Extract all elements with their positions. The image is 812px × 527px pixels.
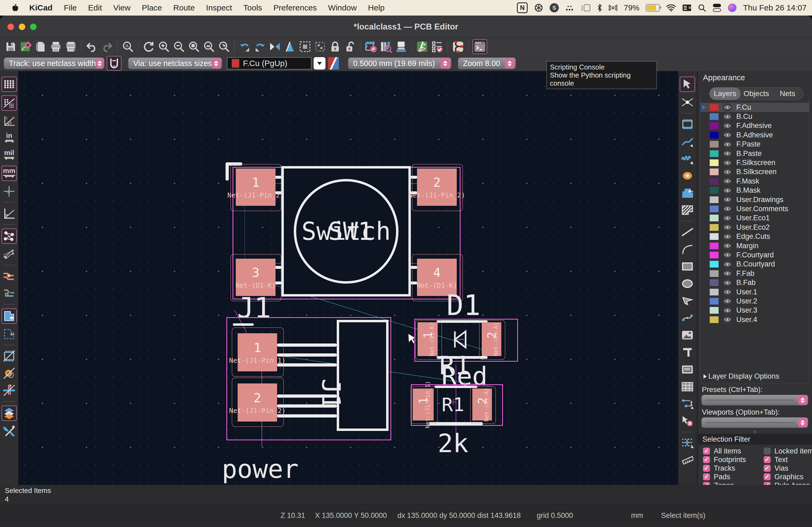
status-units[interactable]: mm xyxy=(631,511,643,520)
sketch-tracks-toggle[interactable] xyxy=(2,383,16,397)
board-setup-button[interactable] xyxy=(19,40,32,54)
flip-vertical-button[interactable] xyxy=(283,40,297,54)
visibility-eye-icon[interactable] xyxy=(723,288,732,296)
visibility-eye-icon[interactable] xyxy=(723,205,732,213)
track-width-dropdown[interactable]: Track: use netclass width xyxy=(4,57,104,69)
r1-value-label[interactable]: 2k xyxy=(438,428,468,458)
draw-polygon-tool[interactable] xyxy=(680,294,694,308)
units-inches-button[interactable]: in⟷ xyxy=(2,131,16,145)
menu-route[interactable]: Route xyxy=(168,3,200,12)
drawing-sheet-toggle[interactable] xyxy=(2,206,16,220)
zoom-selection-button[interactable] xyxy=(217,40,231,54)
pcb-canvas[interactable]: Switch SW1 1Net-(J1-Pin_2) xyxy=(18,71,678,501)
visibility-eye-icon[interactable] xyxy=(723,103,732,111)
crosshair-cursor-toggle[interactable] xyxy=(2,184,16,198)
scripting-console-button[interactable] xyxy=(472,39,487,54)
grid-dropdown[interactable]: 0.5000 mm (19.69 mils) xyxy=(348,57,451,69)
layer-row-edgecuts[interactable]: Edge.Cuts xyxy=(700,232,809,241)
visibility-eye-icon[interactable] xyxy=(723,214,732,222)
group-button[interactable] xyxy=(298,40,312,54)
d1-pad-1[interactable]: 1Net-(D1-K) xyxy=(418,322,438,356)
add-image-tool[interactable] xyxy=(680,328,694,342)
add-rule-area-tool[interactable] xyxy=(680,203,694,217)
zoom-fit-objects-button[interactable] xyxy=(202,40,216,54)
sw1-pad-3[interactable]: 3Net-(D1-K) xyxy=(236,259,276,296)
plot-button[interactable] xyxy=(64,40,77,54)
track-display-mode-toggle[interactable] xyxy=(2,269,16,283)
j1-value-label[interactable]: power xyxy=(222,454,299,484)
spotlight-search-icon[interactable] xyxy=(698,2,706,13)
apple-menu-icon[interactable] xyxy=(7,2,24,13)
bluetooth-menu-icon[interactable] xyxy=(597,2,602,13)
visibility-eye-icon[interactable] xyxy=(723,159,732,167)
checkbox-vias[interactable]: ✓ xyxy=(764,465,771,472)
sw1-pad-1[interactable]: 1Net-(J1-Pin_2) xyxy=(236,168,276,206)
visibility-eye-icon[interactable] xyxy=(723,149,732,157)
layer-row-usereco2[interactable]: User.Eco2 xyxy=(700,223,809,232)
undo-button[interactable] xyxy=(85,40,99,54)
layer-row-user1[interactable]: User.1 xyxy=(700,287,809,297)
presets-stepper[interactable] xyxy=(798,395,807,405)
add-text-tool[interactable] xyxy=(680,345,694,359)
layer-row-usereco1[interactable]: User.Eco1 xyxy=(700,214,809,223)
menu-help[interactable]: Help xyxy=(362,3,390,12)
track-width-stepper[interactable] xyxy=(96,58,103,69)
zoom-fit-page-button[interactable] xyxy=(187,40,201,54)
high-contrast-mode-toggle[interactable] xyxy=(1,405,17,421)
tab-nets[interactable]: Nets xyxy=(772,89,803,98)
visibility-eye-icon[interactable] xyxy=(723,113,732,121)
rotate-cw-button[interactable] xyxy=(253,40,267,54)
menu-tools[interactable]: Tools xyxy=(238,3,268,12)
j1-pad-1[interactable]: 1Net-(J1-Pin_1) xyxy=(238,333,277,371)
redo-button[interactable] xyxy=(100,40,114,54)
layer-row-margin[interactable]: Margin xyxy=(700,241,809,250)
battery-icon[interactable] xyxy=(646,2,660,13)
show-ratsnest-toggle[interactable] xyxy=(1,228,17,244)
filled-zones-toggle[interactable] xyxy=(1,308,17,324)
checkbox-graphics[interactable]: ✓ xyxy=(764,473,771,480)
checkbox-footprints[interactable]: ✓ xyxy=(703,456,710,463)
visibility-eye-icon[interactable] xyxy=(723,168,732,176)
refresh-view-button[interactable] xyxy=(142,40,156,54)
layer-row-fcourtyard[interactable]: F.Courtyard xyxy=(700,250,809,259)
visibility-eye-icon[interactable] xyxy=(723,177,732,185)
menu-window[interactable]: Window xyxy=(322,3,362,12)
layer-row-userdrawings[interactable]: User.Drawings xyxy=(700,195,809,204)
tune-length-tool[interactable] xyxy=(680,152,694,166)
add-table-tool[interactable] xyxy=(680,380,694,394)
checkbox-pads[interactable]: ✓ xyxy=(703,473,710,480)
zoom-dropdown[interactable]: Zoom 8.00 xyxy=(458,57,516,69)
layer-row-fadhesive[interactable]: F.Adhesive xyxy=(700,121,809,131)
flip-horizontal-button[interactable] xyxy=(268,40,282,54)
layer-row-fsilkscreen[interactable]: F.Silkscreen xyxy=(700,158,809,167)
3d-viewer-button[interactable] xyxy=(394,40,408,54)
visibility-eye-icon[interactable] xyxy=(723,251,732,259)
visibility-eye-icon[interactable] xyxy=(723,186,732,195)
tab-layers[interactable]: Layers xyxy=(709,88,741,100)
visibility-eye-icon[interactable] xyxy=(723,131,732,139)
visibility-eye-icon[interactable] xyxy=(723,306,732,315)
layer-pair-icon[interactable] xyxy=(328,57,339,70)
draw-arc-tool[interactable] xyxy=(680,242,694,256)
curved-ratsnest-toggle[interactable] xyxy=(2,247,16,261)
layer-row-fcu[interactable]: F.Cu xyxy=(700,103,809,112)
add-footprint-tool[interactable] xyxy=(680,117,694,131)
units-mils-button[interactable]: mil⟷ xyxy=(2,148,16,162)
select-tool[interactable] xyxy=(680,76,695,92)
dots-menu-icon[interactable] xyxy=(565,2,574,13)
visibility-eye-icon[interactable] xyxy=(723,279,732,287)
menu-place[interactable]: Place xyxy=(136,3,168,12)
j1-vertical-ref[interactable]: J1 xyxy=(316,379,346,409)
r1-pad-1[interactable]: 1Net-(J1-Pin_1) xyxy=(413,389,434,420)
sketch-pads-toggle[interactable] xyxy=(2,366,16,380)
checkbox-tracks[interactable]: ✓ xyxy=(703,465,710,472)
layer-row-user3[interactable]: User.3 xyxy=(700,306,809,315)
zoom-out-button[interactable] xyxy=(172,40,186,54)
drc-button[interactable] xyxy=(431,40,444,54)
layer-row-usercomments[interactable]: User.Comments xyxy=(700,204,809,213)
layer-display-options-expander[interactable]: Layer Display Options xyxy=(704,372,779,380)
rotate-ccw-button[interactable] xyxy=(238,40,251,54)
find-button[interactable]: A xyxy=(121,40,134,54)
via-size-dropdown[interactable]: Via: use netclass sizes xyxy=(128,57,222,69)
checkbox-all-items[interactable]: ✓ xyxy=(703,448,710,454)
